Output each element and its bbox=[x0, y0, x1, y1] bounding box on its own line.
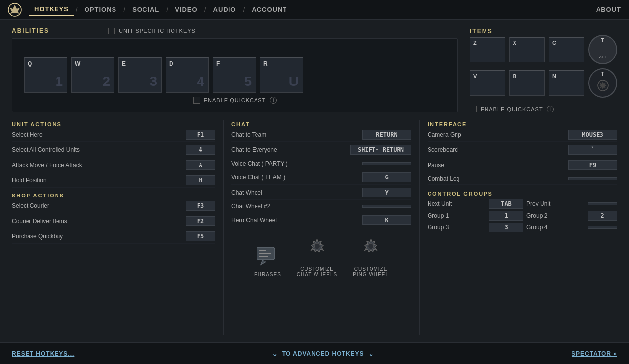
key-chat-wheel-2[interactable] bbox=[362, 205, 411, 208]
ability-key-w[interactable]: W 2 bbox=[71, 57, 114, 93]
action-chat-team: Chat to Team RETURN bbox=[231, 128, 411, 142]
chevron-down-left-icon: ⌄ bbox=[272, 350, 278, 358]
top-nav: HOTKEYS / OPTIONS / SOCIAL / VIDEO / AUD… bbox=[0, 0, 629, 20]
item-key-x[interactable]: X bbox=[509, 37, 544, 62]
key-voice-team[interactable]: G bbox=[362, 172, 411, 182]
ability-key-e[interactable]: E 3 bbox=[118, 57, 162, 93]
bottom-bar: RESET HOTKEYS... ⌄ TO ADVANCED HOTKEYS ⌄… bbox=[0, 342, 629, 364]
top-row: ABILITIES UNIT SPECIFIC HOTKEYS Q 1 W 2 bbox=[12, 28, 617, 112]
item-circle-1[interactable]: T ALT bbox=[588, 35, 617, 64]
customize-ping-wheel-button[interactable]: CUSTOMIZE PING WHEEL bbox=[353, 235, 389, 277]
item-key-v[interactable]: V bbox=[470, 70, 505, 96]
logo-icon bbox=[8, 3, 22, 17]
ability-key-r[interactable]: R U bbox=[260, 57, 303, 93]
key-prev-unit[interactable] bbox=[588, 202, 617, 205]
quickcast-info-icon-items[interactable]: i bbox=[547, 106, 554, 112]
action-chat-everyone: Chat to Everyone SHIFT- RETURN bbox=[231, 143, 411, 157]
advanced-hotkeys-button[interactable]: ⌄ TO ADVANCED HOTKEYS ⌄ bbox=[272, 350, 374, 358]
action-attack-move: Attack Move / Force Attack A bbox=[12, 158, 215, 172]
unit-specific-label: UNIT SPECIFIC HOTKEYS bbox=[119, 28, 196, 34]
action-purchase-quickbuy: Purchase Quickbuy F5 bbox=[12, 229, 215, 244]
nav-audio[interactable]: AUDIO bbox=[208, 4, 241, 15]
items-grid: Z X C T ALT V bbox=[470, 35, 617, 112]
phrases-button[interactable]: PHRASES bbox=[254, 243, 281, 277]
key-next-unit[interactable]: TAB bbox=[489, 199, 523, 209]
action-pause: Pause F9 bbox=[428, 158, 617, 172]
key-purchase-quickbuy[interactable]: F5 bbox=[186, 231, 215, 241]
key-voice-party[interactable] bbox=[362, 162, 411, 165]
customize-chat-wheels-button[interactable]: CUSTOMIZE CHAT WHEELS bbox=[297, 235, 337, 277]
abilities-keys: Q 1 W 2 E 3 D 4 bbox=[24, 57, 446, 93]
items-row-2: V B N T bbox=[470, 68, 617, 98]
nav-hotkeys[interactable]: HOTKEYS bbox=[29, 3, 74, 16]
action-hold-position: Hold Position H bbox=[12, 173, 215, 188]
quickcast-checkbox-abilities[interactable] bbox=[193, 97, 200, 104]
svg-point-8 bbox=[368, 243, 374, 249]
key-combat-log[interactable] bbox=[568, 177, 617, 180]
abilities-top-bar bbox=[24, 47, 446, 54]
nav-options[interactable]: OPTIONS bbox=[80, 4, 122, 15]
unit-specific-row: UNIT SPECIFIC HOTKEYS bbox=[108, 28, 196, 34]
item-key-z[interactable]: Z bbox=[470, 37, 505, 62]
key-chat-wheel[interactable]: Y bbox=[362, 188, 411, 197]
advanced-hotkeys-label: TO ADVANCED HOTKEYS bbox=[282, 350, 364, 357]
action-scoreboard: Scoreboard ` bbox=[428, 143, 617, 157]
item-key-c[interactable]: C bbox=[549, 37, 584, 62]
quickcast-label-abilities: ENABLE QUICKCAST bbox=[204, 97, 266, 103]
quickcast-row-abilities: ENABLE QUICKCAST i bbox=[24, 97, 446, 104]
chat-col: CHAT Chat to Team RETURN Chat to Everyon… bbox=[223, 120, 420, 335]
key-select-hero[interactable]: F1 bbox=[186, 130, 215, 140]
spectator-button[interactable]: SPECTATOR » bbox=[572, 350, 617, 357]
customize-chat-wheels-icon bbox=[304, 235, 331, 262]
lower-row: UNIT ACTIONS Select Hero F1 Select All C… bbox=[12, 120, 617, 335]
unit-specific-checkbox[interactable] bbox=[108, 28, 115, 34]
action-chat-wheel-2: Chat Wheel #2 bbox=[231, 201, 411, 212]
abilities-grid: Q 1 W 2 E 3 D 4 bbox=[12, 38, 458, 112]
key-group4[interactable] bbox=[588, 226, 617, 229]
shop-actions-title: SHOP ACTIONS bbox=[12, 193, 64, 198]
action-voice-party: Voice Chat ( PARTY ) bbox=[231, 158, 411, 169]
key-chat-team[interactable]: RETURN bbox=[362, 130, 411, 140]
key-pause[interactable]: F9 bbox=[568, 160, 617, 170]
nav-video[interactable]: VIDEO bbox=[170, 4, 202, 15]
ability-key-f[interactable]: F 5 bbox=[213, 57, 256, 93]
action-voice-team: Voice Chat ( TEAM ) G bbox=[231, 170, 411, 185]
ability-key-d[interactable]: D 4 bbox=[166, 57, 209, 93]
key-scoreboard[interactable]: ` bbox=[568, 145, 617, 155]
chat-icons-row: PHRASES CUSTOMIZE CHAT WHEELS CUSTOMIZE … bbox=[231, 235, 411, 277]
nav-social[interactable]: SOCIAL bbox=[127, 4, 164, 15]
chevron-down-right-icon: ⌄ bbox=[368, 350, 374, 358]
key-select-courier[interactable]: F3 bbox=[186, 201, 215, 211]
interface-col: INTERFACE Camera Grip MOUSE3 Scoreboard … bbox=[420, 120, 617, 335]
action-select-hero: Select Hero F1 bbox=[12, 128, 215, 142]
key-courier-deliver[interactable]: F2 bbox=[186, 216, 215, 226]
action-hero-chat-wheel: Hero Chat Wheel K bbox=[231, 213, 411, 227]
item-circle-icon bbox=[596, 79, 610, 92]
quickcast-checkbox-items[interactable] bbox=[470, 106, 477, 112]
nav-about[interactable]: ABOUT bbox=[596, 6, 621, 13]
key-hold-position[interactable]: H bbox=[186, 175, 215, 185]
key-group2[interactable]: 2 bbox=[588, 211, 617, 221]
key-select-controlled[interactable]: 4 bbox=[186, 145, 215, 155]
reset-hotkeys-button[interactable]: RESET HOTKEYS... bbox=[12, 350, 74, 357]
items-row-1: Z X C T ALT bbox=[470, 35, 617, 64]
item-key-b[interactable]: B bbox=[509, 70, 544, 96]
action-chat-wheel: Chat Wheel Y bbox=[231, 186, 411, 200]
items-quickcast-row: ENABLE QUICKCAST i bbox=[470, 106, 617, 112]
key-attack-move[interactable]: A bbox=[186, 160, 215, 170]
item-circle-2[interactable]: T bbox=[588, 68, 617, 98]
svg-rect-4 bbox=[259, 250, 266, 251]
ability-key-q[interactable]: Q 1 bbox=[24, 57, 67, 93]
key-hero-chat-wheel[interactable]: K bbox=[362, 215, 411, 225]
key-group1[interactable]: 1 bbox=[489, 211, 523, 221]
action-combat-log: Combat Log bbox=[428, 173, 617, 185]
quickcast-info-icon-abilities[interactable]: i bbox=[270, 97, 277, 104]
key-chat-everyone[interactable]: SHIFT- RETURN bbox=[350, 145, 411, 155]
key-group3[interactable]: 3 bbox=[489, 223, 523, 232]
item-key-n[interactable]: N bbox=[549, 70, 584, 96]
key-camera-grip[interactable]: MOUSE3 bbox=[568, 130, 617, 140]
nav-account[interactable]: ACCOUNT bbox=[247, 4, 292, 15]
action-select-courier: Select Courier F3 bbox=[12, 199, 215, 213]
action-courier-deliver: Courier Deliver Items F2 bbox=[12, 214, 215, 228]
svg-rect-5 bbox=[259, 253, 271, 254]
